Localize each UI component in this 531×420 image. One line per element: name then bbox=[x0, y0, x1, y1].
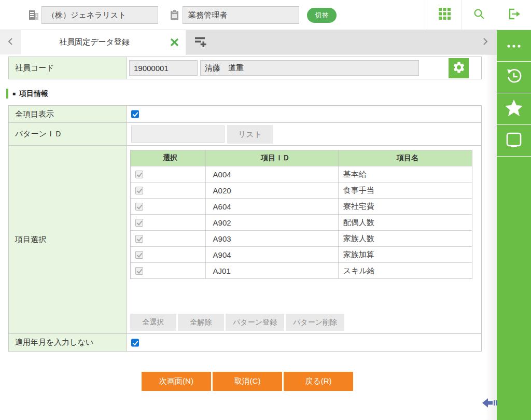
right-sidebar bbox=[497, 30, 531, 420]
logout-icon bbox=[507, 8, 521, 22]
add-tab-icon bbox=[194, 35, 208, 50]
apps-grid-icon bbox=[439, 8, 451, 22]
apply-date-row: 適用年月を入力しない bbox=[9, 334, 481, 351]
section-bullet-icon: ■ bbox=[12, 91, 16, 96]
item-id-cell: A904 bbox=[206, 247, 339, 262]
collapse-arrow-icon bbox=[481, 397, 499, 411]
section-header: ■ 項目情報 bbox=[6, 89, 48, 99]
show-all-label: 全項目表示 bbox=[9, 106, 127, 122]
apply-date-checkbox[interactable] bbox=[131, 339, 139, 346]
table-row: A904 家族加算 bbox=[131, 246, 472, 262]
item-name-cell: スキル給 bbox=[339, 263, 472, 278]
row-checkbox bbox=[135, 171, 143, 178]
section-title: 項目情報 bbox=[19, 89, 48, 99]
apply-date-label: 適用年月を入力しない bbox=[9, 334, 127, 351]
table-row: A604 寮社宅費 bbox=[131, 198, 472, 214]
tab-scroll-right-button[interactable] bbox=[473, 30, 497, 54]
next-screen-button[interactable]: 次画面(N) bbox=[142, 372, 211, 391]
switch-button[interactable]: 切替 bbox=[307, 8, 337, 23]
row-checkbox bbox=[135, 267, 143, 275]
table-row: A004 基本給 bbox=[131, 166, 472, 182]
settings-gear-button[interactable] bbox=[449, 58, 469, 78]
logout-button[interactable] bbox=[496, 0, 531, 30]
favorites-button[interactable] bbox=[497, 93, 531, 125]
section-accent-bar bbox=[6, 89, 8, 99]
item-name-cell: 食事手当 bbox=[339, 183, 472, 198]
item-info-table: 全項目表示 パターンＩＤ リスト 項目選択 選択 項目ＩＤ 項目名 A004 bbox=[8, 105, 482, 352]
row-checkbox bbox=[135, 235, 143, 243]
search-button[interactable] bbox=[462, 0, 496, 30]
item-name-cell: 基本給 bbox=[339, 166, 472, 182]
search-icon bbox=[473, 8, 485, 22]
item-id-cell: AJ01 bbox=[206, 263, 339, 278]
cancel-button[interactable]: 取消(C) bbox=[213, 372, 282, 391]
tab-label: 社員固定データ登録 bbox=[59, 37, 147, 47]
tab-bar: 社員固定データ登録 bbox=[0, 30, 497, 54]
memo-icon bbox=[506, 132, 522, 149]
item-select-label: 項目選択 bbox=[9, 146, 127, 333]
history-icon bbox=[505, 67, 523, 87]
table-row: AJ01 スキル給 bbox=[131, 262, 472, 278]
item-name-cell: 家族加算 bbox=[339, 247, 472, 262]
apps-button[interactable] bbox=[427, 0, 462, 30]
col-header-item-name: 項目名 bbox=[339, 150, 472, 166]
select-all-button[interactable]: 全選択 bbox=[130, 314, 176, 331]
item-id-cell: A004 bbox=[206, 166, 339, 182]
more-button[interactable] bbox=[497, 30, 531, 62]
back-button[interactable]: 戻る(R) bbox=[284, 372, 353, 391]
row-checkbox bbox=[135, 203, 143, 211]
employee-code-label: 社員コード bbox=[9, 57, 127, 79]
chevron-right-icon bbox=[483, 37, 488, 48]
item-name-cell: 配偶人数 bbox=[339, 215, 472, 230]
sidebar-shadow bbox=[485, 54, 497, 420]
col-header-select: 選択 bbox=[131, 150, 206, 166]
item-id-cell: A604 bbox=[206, 199, 339, 214]
row-checkbox bbox=[135, 187, 143, 194]
table-buttons: 全選択 全解除 パターン登録 パターン削除 bbox=[130, 314, 346, 331]
item-name-cell: 家族人数 bbox=[339, 231, 472, 246]
show-all-checkbox[interactable] bbox=[131, 110, 139, 118]
list-button[interactable]: リスト bbox=[227, 125, 273, 144]
tab-scroll-left-button[interactable] bbox=[0, 30, 21, 54]
footer-buttons: 次画面(N) 取消(C) 戻る(R) bbox=[142, 372, 355, 391]
collapse-panel-button[interactable] bbox=[481, 397, 499, 411]
item-table-header: 選択 項目ＩＤ 項目名 bbox=[131, 150, 472, 166]
pattern-delete-button[interactable]: パターン削除 bbox=[286, 314, 344, 331]
role-input[interactable] bbox=[183, 6, 299, 24]
table-row: A902 配偶人数 bbox=[131, 214, 472, 230]
item-id-cell: A902 bbox=[206, 215, 339, 230]
pattern-id-input[interactable] bbox=[131, 125, 225, 143]
memo-button[interactable] bbox=[497, 125, 531, 157]
star-icon bbox=[505, 99, 523, 119]
ellipsis-icon bbox=[506, 41, 522, 50]
item-id-cell: A903 bbox=[206, 231, 339, 246]
item-name-cell: 寮社宅費 bbox=[339, 199, 472, 214]
pattern-register-button[interactable]: パターン登録 bbox=[226, 314, 284, 331]
gear-icon bbox=[452, 61, 466, 76]
pattern-id-label: パターンＩＤ bbox=[9, 123, 127, 145]
close-icon bbox=[170, 38, 179, 47]
employee-code-input[interactable] bbox=[129, 60, 198, 76]
row-checkbox bbox=[135, 251, 143, 259]
item-id-cell: A020 bbox=[206, 183, 339, 198]
item-select-row: 項目選択 選択 項目ＩＤ 項目名 A004 基本給 A020 食事手当 bbox=[9, 146, 481, 334]
tab-employee-fixed-data[interactable]: 社員固定データ登録 bbox=[21, 30, 186, 54]
employee-name-input[interactable] bbox=[200, 60, 419, 76]
chevron-left-icon bbox=[8, 37, 13, 48]
history-button[interactable] bbox=[497, 62, 531, 93]
col-header-item-id: 項目ＩＤ bbox=[206, 150, 339, 166]
row-checkbox bbox=[135, 219, 143, 227]
employee-code-row: 社員コード bbox=[8, 57, 482, 79]
item-table: 選択 項目ＩＤ 項目名 A004 基本給 A020 食事手当 A604 bbox=[130, 150, 472, 279]
table-row: A903 家族人数 bbox=[131, 230, 472, 246]
table-row: A020 食事手当 bbox=[131, 182, 472, 198]
building-icon bbox=[28, 10, 39, 22]
deselect-all-button[interactable]: 全解除 bbox=[178, 314, 224, 331]
company-input[interactable] bbox=[41, 6, 158, 24]
add-tab-button[interactable] bbox=[193, 35, 209, 50]
app-header: 切替 bbox=[0, 0, 531, 30]
pattern-id-row: パターンＩＤ リスト bbox=[9, 123, 481, 146]
tab-close-button[interactable] bbox=[170, 38, 179, 47]
clipboard-icon bbox=[170, 9, 179, 23]
show-all-row: 全項目表示 bbox=[9, 106, 481, 123]
